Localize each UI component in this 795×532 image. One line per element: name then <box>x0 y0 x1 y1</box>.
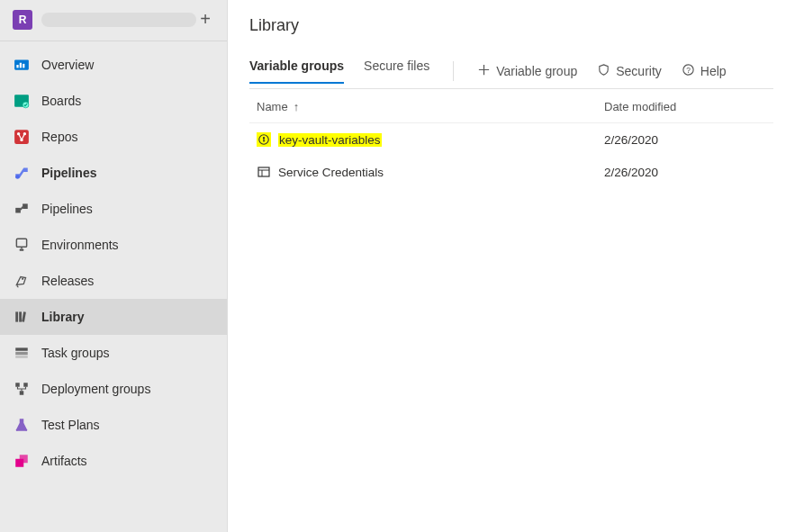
nav: Overview Boards Repos Pipelines Pipeline <box>0 41 227 479</box>
repos-icon <box>13 128 31 146</box>
svg-point-10 <box>15 175 20 179</box>
nav-label: Environments <box>41 238 119 252</box>
svg-rect-12 <box>23 203 28 209</box>
vargroup-icon <box>257 165 271 179</box>
svg-rect-22 <box>15 356 28 357</box>
svg-rect-2 <box>20 63 22 68</box>
table-row[interactable]: key-vault-variables2/26/2020 <box>249 123 773 156</box>
nav-label: Releases <box>41 274 94 288</box>
action-label: Security <box>616 64 662 78</box>
nav-boards[interactable]: Boards <box>0 83 227 119</box>
col-label: Date modified <box>604 100 676 113</box>
svg-rect-6 <box>14 130 29 144</box>
nav-label: Artifacts <box>41 454 87 468</box>
svg-text:?: ? <box>686 65 691 74</box>
artifacts-icon <box>13 452 31 470</box>
sort-asc-icon: ↑ <box>294 100 300 113</box>
nav-overview[interactable]: Overview <box>0 47 227 83</box>
action-label: Variable group <box>496 64 577 78</box>
nav-test-plans[interactable]: Test Plans <box>0 407 227 443</box>
table-header: Name ↑ Date modified <box>249 89 773 123</box>
row-name: key-vault-variables <box>278 133 382 147</box>
toolbar-actions: Variable group Security ? Help <box>453 61 726 81</box>
row-name: Service Credentials <box>278 166 384 179</box>
nav-label: Overview <box>41 58 94 72</box>
svg-rect-24 <box>23 383 28 387</box>
releases-icon <box>13 272 31 290</box>
help-button[interactable]: ? Help <box>682 63 727 79</box>
new-variable-group-button[interactable]: Variable group <box>477 63 577 79</box>
table-body: key-vault-variables2/26/2020Service Cred… <box>249 123 773 188</box>
svg-rect-25 <box>20 391 24 395</box>
add-project-button[interactable]: + <box>196 9 214 30</box>
toolbar: Variable groups Secure files Variable gr… <box>249 53 773 89</box>
tab-secure-files[interactable]: Secure files <box>364 59 429 83</box>
cell-date: 2/26/2020 <box>604 133 766 147</box>
environments-icon <box>13 236 31 254</box>
svg-rect-27 <box>20 455 28 463</box>
nav-repos[interactable]: Repos <box>0 119 227 155</box>
nav-sub-pipelines[interactable]: Pipelines <box>0 191 227 227</box>
svg-rect-14 <box>20 249 24 251</box>
nav-label: Pipelines <box>41 202 93 216</box>
nav-releases[interactable]: Releases <box>0 263 227 299</box>
svg-rect-11 <box>15 208 21 213</box>
nav-deployment-groups[interactable]: Deployment groups <box>0 371 227 407</box>
divider <box>453 61 454 81</box>
nav-pipelines[interactable]: Pipelines <box>0 155 227 191</box>
svg-point-16 <box>22 278 23 280</box>
shield-icon <box>597 63 610 79</box>
project-badge[interactable]: R <box>13 10 32 30</box>
pipelines-icon <box>13 164 31 182</box>
main-content: Library Variable groups Secure files Var… <box>228 0 795 532</box>
col-label: Name <box>257 100 288 113</box>
svg-rect-21 <box>15 352 28 355</box>
nav-label: Pipelines <box>41 166 96 180</box>
page-title: Library <box>249 16 773 35</box>
svg-rect-20 <box>15 347 28 350</box>
overview-icon <box>13 56 31 74</box>
col-header-date[interactable]: Date modified <box>604 100 766 113</box>
boards-icon <box>13 92 31 110</box>
library-icon <box>13 308 31 326</box>
nav-artifacts[interactable]: Artifacts <box>0 443 227 479</box>
deployment-groups-icon <box>13 380 31 398</box>
cell-name: Service Credentials <box>257 165 604 179</box>
project-header: R + <box>0 0 227 41</box>
plus-icon <box>477 63 491 79</box>
svg-rect-18 <box>19 311 22 321</box>
help-icon: ? <box>682 63 695 79</box>
sidebar: R + Overview Boards Repos Pip <box>0 0 228 532</box>
nav-label: Test Plans <box>41 418 100 432</box>
svg-rect-33 <box>263 140 265 141</box>
svg-rect-23 <box>15 383 20 387</box>
svg-rect-19 <box>22 311 26 322</box>
svg-point-31 <box>263 137 265 139</box>
nav-label: Boards <box>41 94 81 108</box>
tab-variable-groups[interactable]: Variable groups <box>249 59 344 84</box>
keyvault-icon <box>257 132 271 147</box>
svg-rect-17 <box>15 311 18 321</box>
tabs: Variable groups Secure files <box>249 59 429 83</box>
cell-date: 2/26/2020 <box>604 166 766 179</box>
test-plans-icon <box>13 416 31 434</box>
security-button[interactable]: Security <box>597 63 662 79</box>
svg-rect-3 <box>23 64 24 68</box>
col-header-name[interactable]: Name ↑ <box>257 100 604 113</box>
nav-label: Task groups <box>41 346 109 360</box>
nav-environments[interactable]: Environments <box>0 227 227 263</box>
cell-name: key-vault-variables <box>257 132 604 147</box>
project-name-placeholder[interactable] <box>41 13 196 27</box>
svg-rect-1 <box>16 65 18 68</box>
table-row[interactable]: Service Credentials2/26/2020 <box>249 156 773 188</box>
nav-label: Deployment groups <box>41 382 150 396</box>
task-groups-icon <box>13 344 31 362</box>
action-label: Help <box>700 64 727 78</box>
nav-task-groups[interactable]: Task groups <box>0 335 227 371</box>
nav-label: Repos <box>41 130 77 144</box>
sub-pipelines-icon <box>13 200 31 218</box>
nav-label: Library <box>41 310 84 324</box>
nav-library[interactable]: Library <box>0 299 227 335</box>
svg-rect-34 <box>258 167 269 176</box>
svg-rect-13 <box>16 239 26 247</box>
